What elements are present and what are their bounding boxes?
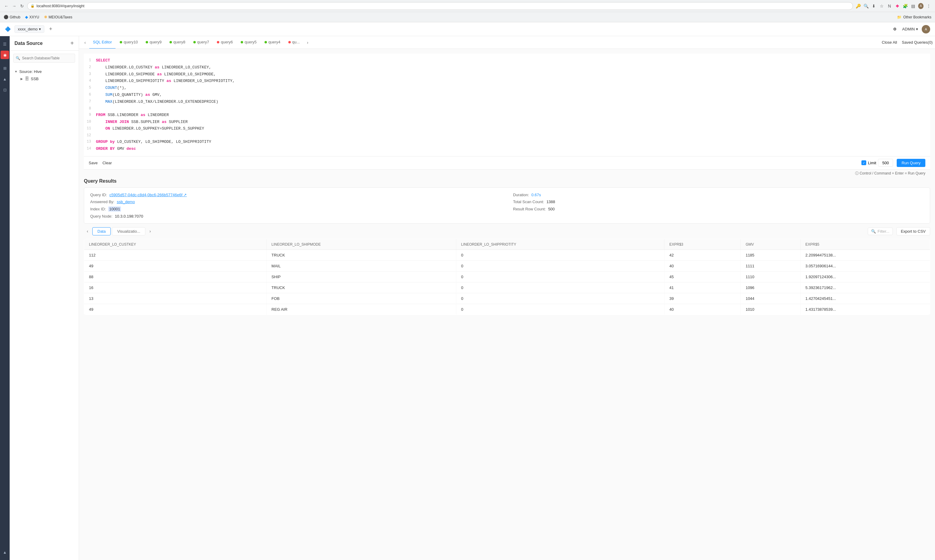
sql-line-8: 8 bbox=[84, 106, 930, 112]
cell-expr3: 40 bbox=[665, 304, 741, 315]
table-row: 16 TRUCK 0 41 1096 5.39236171962... bbox=[84, 282, 930, 293]
download-icon[interactable]: ⬇ bbox=[871, 3, 876, 9]
bookmark-xxyu[interactable]: ◆ XXYU bbox=[25, 15, 39, 19]
nav-grid[interactable]: ⊞ bbox=[1, 64, 9, 72]
workspace-selector[interactable]: xxxx_demo ▾ bbox=[14, 25, 44, 33]
saved-queries-btn[interactable]: Saved Queries(0) bbox=[902, 40, 933, 45]
topbar-right: ⚙ ADMIN ▾ A bbox=[891, 25, 930, 34]
editor-area: ‹ SQL Editor query10 query9 query8 bbox=[79, 36, 935, 560]
close-all-btn[interactable]: Close All bbox=[882, 40, 897, 45]
results-tab-actions: 🔍 Filter... Export to CSV bbox=[868, 227, 930, 235]
limit-label: Limit bbox=[868, 161, 876, 165]
cell-expr3: 40 bbox=[665, 260, 741, 271]
database-ssb[interactable]: ▶ 🗄 SSB bbox=[10, 75, 79, 82]
save-btn[interactable]: Save bbox=[89, 161, 98, 165]
sql-line-2: 2 LINEORDER.LO_CUSTKEY as LINEORDER_LO_C… bbox=[84, 64, 930, 71]
bookmark-meiou[interactable]: ❋ MEIOU&Taxes bbox=[44, 15, 73, 19]
cell-custkey: 49 bbox=[84, 260, 267, 271]
tab-sql-editor[interactable]: SQL Editor bbox=[89, 36, 116, 49]
results-tab-prev[interactable]: ‹ bbox=[84, 228, 91, 235]
sidebar: Data Source + 🔍 ▼ Source: Hive ▶ 🗄 SSB bbox=[10, 36, 79, 560]
sql-line-11: 11 ON LINEORDER.LO_SUPPKEY=SUPPLIER.S_SU… bbox=[84, 125, 930, 132]
nav-up1[interactable]: ▲ bbox=[1, 75, 9, 83]
run-hint: ⓘ Control / Command + Enter = Run Query bbox=[84, 170, 930, 178]
brave-icon[interactable]: ❖ bbox=[895, 3, 900, 9]
nav-up2[interactable]: ▲ bbox=[1, 548, 9, 556]
github-icon: ⚫ bbox=[4, 15, 8, 19]
forward-btn[interactable]: → bbox=[11, 3, 17, 9]
other-bookmarks[interactable]: Other Bookmarks bbox=[903, 15, 931, 19]
filter-box[interactable]: 🔍 Filter... bbox=[868, 228, 893, 235]
query-node-value: 10.3.0.198:7070 bbox=[115, 214, 143, 218]
nav-menu[interactable]: ☰ bbox=[1, 40, 9, 48]
more-icon[interactable]: ⋮ bbox=[926, 3, 931, 9]
sql-line-13: 13 GROUP by LO_CUSTKEY, LO_SHIPMODE, LO_… bbox=[84, 138, 930, 146]
security-icon: 🔒 bbox=[31, 4, 35, 8]
search-icon[interactable]: 🔍 bbox=[863, 3, 869, 9]
bookmark-github[interactable]: ⚫ Github bbox=[4, 15, 20, 19]
puzzle-icon[interactable]: 🧩 bbox=[903, 3, 908, 9]
notion-icon[interactable]: N bbox=[887, 3, 892, 9]
new-tab-btn[interactable]: + bbox=[49, 26, 52, 32]
tab-query9[interactable]: query9 bbox=[142, 36, 165, 49]
tab-query5[interactable]: query5 bbox=[237, 36, 260, 49]
cell-gmv: 1110 bbox=[741, 271, 801, 282]
admin-btn[interactable]: ADMIN ▾ bbox=[902, 27, 918, 31]
query-id-value[interactable]: c5905d57-04dc-c8d4-0bc6-266b57746e6f ↗ bbox=[110, 192, 187, 197]
nav-square[interactable]: ⊡ bbox=[1, 86, 9, 94]
left-nav: ☰ ◉ ⊞ ▲ ⊡ ▲ bbox=[0, 36, 10, 560]
tab-query6-label: query6 bbox=[221, 40, 233, 44]
limit-checkbox[interactable]: ✓ bbox=[861, 160, 866, 165]
nav-query[interactable]: ◉ bbox=[1, 51, 9, 59]
query-results-section: Query Results Query ID: c5905d57-04dc-c8… bbox=[84, 178, 930, 315]
tab-visualization[interactable]: Visualizatio... bbox=[112, 227, 145, 235]
refresh-btn[interactable]: ↻ bbox=[19, 3, 25, 9]
profile-icon[interactable]: A bbox=[918, 3, 924, 9]
meta-query-node: Query Node: 10.3.0.198:7070 bbox=[90, 214, 501, 218]
pip-icon[interactable]: ▤ bbox=[910, 3, 916, 9]
meiou-icon: ❋ bbox=[44, 15, 47, 19]
tab-query10[interactable]: query10 bbox=[116, 36, 142, 49]
tab-query4[interactable]: query4 bbox=[261, 36, 284, 49]
limit-input[interactable] bbox=[878, 159, 893, 167]
cell-custkey: 13 bbox=[84, 293, 267, 304]
tab-query6[interactable]: query6 bbox=[213, 36, 236, 49]
source-hive[interactable]: ▼ Source: Hive bbox=[10, 68, 79, 75]
url-bar[interactable]: 🔒 localhost:8080/#/query/insight bbox=[27, 2, 853, 10]
star-icon[interactable]: ☆ bbox=[879, 3, 884, 9]
export-csv-btn[interactable]: Export to CSV bbox=[896, 227, 930, 235]
back-btn[interactable]: ← bbox=[4, 3, 9, 9]
tab-query8[interactable]: query8 bbox=[166, 36, 189, 49]
user-avatar[interactable]: A bbox=[922, 25, 930, 34]
sidebar-title: Data Source bbox=[14, 41, 43, 46]
sql-editor[interactable]: 1 SELECT 2 LINEORDER.LO_CUSTKEY as LINEO… bbox=[84, 54, 930, 157]
results-meta: Query ID: c5905d57-04dc-c8d4-0bc6-266b57… bbox=[84, 188, 930, 224]
search-icon: 🔍 bbox=[16, 56, 20, 60]
tab-query9-dot bbox=[146, 41, 148, 43]
settings-icon[interactable]: ⚙ bbox=[891, 26, 898, 33]
tab-data[interactable]: Data bbox=[92, 227, 111, 235]
results-tab-next[interactable]: › bbox=[147, 228, 154, 235]
cell-expr5: 1.43173878539... bbox=[801, 304, 930, 315]
key-icon[interactable]: 🔑 bbox=[855, 3, 861, 9]
answered-by-label: Answered By: bbox=[90, 200, 114, 204]
answered-by-value[interactable]: ssb_demo bbox=[117, 200, 135, 204]
result-row-value: 500 bbox=[548, 207, 555, 211]
toolbar-right: ✓ Limit Run Query bbox=[861, 159, 925, 167]
clear-btn[interactable]: Clear bbox=[103, 161, 112, 165]
cell-custkey: 88 bbox=[84, 271, 267, 282]
col-shipmode: LINEORDER_LO_SHIPMODE bbox=[267, 239, 456, 249]
tab-queryx[interactable]: qu... bbox=[285, 36, 304, 49]
cell-expr5: 1.42704245451... bbox=[801, 293, 930, 304]
sidebar-add-btn[interactable]: + bbox=[70, 40, 74, 47]
search-input[interactable] bbox=[13, 54, 75, 63]
query-id-label: Query ID: bbox=[90, 192, 107, 197]
xxyu-label: XXYU bbox=[29, 15, 39, 19]
cell-gmv: 1096 bbox=[741, 282, 801, 293]
tab-query4-label: query4 bbox=[268, 40, 281, 44]
tab-next[interactable]: › bbox=[304, 39, 311, 46]
tab-prev[interactable]: ‹ bbox=[82, 39, 89, 46]
tab-query7[interactable]: query7 bbox=[190, 36, 213, 49]
run-query-btn[interactable]: Run Query bbox=[897, 159, 925, 167]
cell-expr5: 3.05716906144... bbox=[801, 260, 930, 271]
